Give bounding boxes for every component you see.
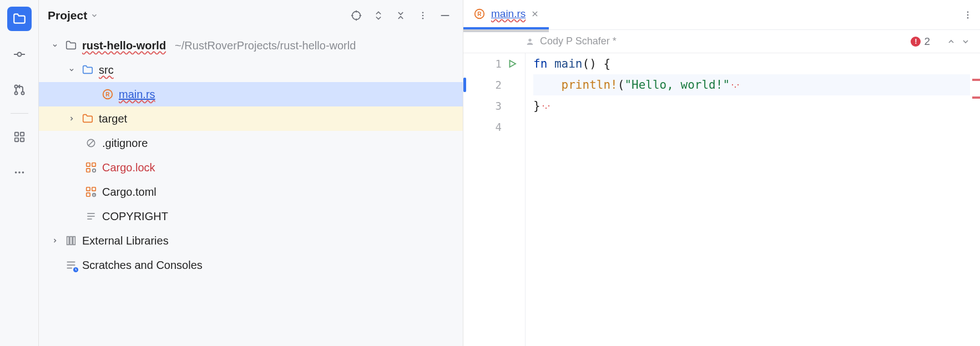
cargo-toml-icon: R — [84, 185, 98, 199]
more-vertical-icon — [963, 10, 973, 20]
svg-point-3 — [14, 85, 17, 88]
ignored-file-icon — [84, 136, 98, 150]
rail-pull-requests-button[interactable] — [7, 78, 32, 102]
editor-area: R main.rs Cody P Schafer * ! 2 — [463, 0, 980, 346]
svg-line-25 — [88, 140, 94, 146]
next-highlight-button[interactable] — [961, 37, 970, 46]
svg-text:R: R — [93, 194, 95, 197]
project-view-selector[interactable]: Project — [48, 9, 98, 22]
tree-row-target[interactable]: target — [39, 106, 463, 131]
svg-point-11 — [18, 171, 21, 174]
svg-rect-31 — [87, 187, 90, 191]
svg-rect-6 — [14, 133, 18, 136]
error-stripe[interactable] — [970, 53, 980, 346]
left-tool-rail — [0, 0, 39, 346]
close-tab-button[interactable] — [531, 10, 539, 18]
code-area[interactable]: fn main() { println!("Hello, world!" } — [526, 53, 970, 346]
tree-row-gitignore[interactable]: .gitignore — [39, 131, 463, 155]
tree-row-external-libraries[interactable]: External Libraries — [39, 228, 463, 253]
text-file-icon — [84, 210, 98, 223]
problems-widget[interactable]: ! 2 — [911, 35, 930, 48]
minimize-icon — [439, 9, 451, 22]
chevron-right-icon — [50, 237, 60, 244]
line-number: 3 — [496, 100, 502, 112]
rail-divider — [11, 113, 28, 114]
collapse-all-button[interactable] — [392, 7, 410, 24]
prev-highlight-button[interactable] — [947, 37, 956, 46]
gutter-row[interactable]: 2 — [463, 74, 525, 95]
tree-row-root[interactable]: rust-hello-world ~/RustRoverProjects/rus… — [39, 33, 463, 58]
tree-row-cargo-toml[interactable]: R Cargo.toml — [39, 180, 463, 204]
more-vertical-icon — [418, 11, 428, 21]
folder-icon — [64, 39, 78, 52]
svg-rect-32 — [92, 187, 95, 191]
error-icon: ! — [911, 37, 921, 47]
structure-icon — [13, 131, 26, 143]
tree-label: src — [99, 64, 114, 77]
collapse-all-icon — [395, 10, 406, 21]
problem-count: 2 — [924, 35, 930, 48]
code-line: fn main() { — [533, 53, 970, 74]
pull-request-icon — [13, 83, 26, 96]
rail-project-button[interactable] — [7, 7, 32, 31]
vcs-change-marker — [463, 78, 466, 92]
editor-tabs: R main.rs — [463, 0, 980, 30]
line-number: 1 — [496, 58, 502, 70]
rust-file-icon: R — [473, 8, 486, 20]
project-tree[interactable]: rust-hello-world ~/RustRoverProjects/rus… — [39, 33, 463, 346]
folder-icon — [12, 12, 27, 26]
editor-breadcrumb-bar: Cody P Schafer * ! 2 — [463, 30, 980, 53]
tree-label: External Libraries — [82, 235, 169, 247]
gutter-row[interactable]: 4 — [463, 116, 525, 138]
svg-point-20 — [422, 18, 424, 19]
gutter-row[interactable]: 1 — [463, 53, 525, 74]
rail-structure-button[interactable] — [7, 125, 32, 149]
tree-label: main.rs — [119, 88, 155, 101]
project-header: Project — [39, 0, 463, 33]
tree-label: Cargo.toml — [102, 186, 156, 199]
rail-commit-button[interactable] — [7, 42, 32, 67]
chevron-right-icon — [67, 115, 77, 122]
svg-marker-54 — [510, 60, 516, 67]
rail-more-button[interactable] — [7, 160, 32, 185]
rust-file-icon: R — [101, 88, 114, 101]
expand-collapse-button[interactable] — [370, 7, 387, 24]
tree-row-cargo-lock[interactable]: Cargo.lock — [39, 155, 463, 180]
tab-more-button[interactable] — [956, 0, 980, 29]
editor-body[interactable]: 1 2 3 4 fn main() { println!("Hello — [463, 53, 980, 346]
tree-label: COPYRIGHT — [102, 210, 168, 223]
select-opened-file-button[interactable] — [347, 7, 365, 24]
tree-root-path: ~/RustRoverProjects/rust-hello-world — [175, 39, 356, 52]
tree-row-copyright[interactable]: COPYRIGHT — [39, 204, 463, 228]
svg-point-4 — [14, 92, 17, 95]
svg-point-10 — [14, 171, 17, 174]
tree-row-main-rs[interactable]: R main.rs — [39, 82, 463, 106]
gutter-row[interactable]: 3 — [463, 95, 525, 116]
project-title-label: Project — [48, 9, 87, 22]
error-stripe-mark[interactable] — [972, 96, 980, 99]
svg-point-13 — [352, 12, 361, 20]
chevron-down-icon — [961, 37, 970, 46]
svg-rect-8 — [14, 138, 18, 141]
svg-text:R: R — [477, 11, 482, 17]
svg-point-12 — [22, 171, 24, 174]
code-line: } — [533, 95, 970, 116]
play-icon — [507, 59, 517, 69]
more-horizontal-icon — [13, 166, 26, 179]
error-stripe-mark[interactable] — [972, 79, 980, 81]
tree-row-src[interactable]: src — [39, 58, 463, 82]
svg-point-18 — [422, 12, 424, 13]
tab-main-rs[interactable]: R main.rs — [463, 0, 549, 29]
tool-window-options-button[interactable] — [414, 7, 432, 24]
tree-label: Cargo.lock — [102, 161, 155, 174]
scratches-icon — [64, 258, 78, 272]
svg-rect-9 — [20, 138, 23, 141]
hide-tool-window-button[interactable] — [436, 7, 454, 24]
target-icon — [350, 9, 362, 22]
expand-collapse-icon — [373, 10, 384, 21]
tab-drag-handle — [463, 29, 549, 32]
person-icon — [526, 37, 534, 46]
tree-row-scratches[interactable]: Scratches and Consoles — [39, 253, 463, 277]
folder-icon — [81, 63, 94, 77]
run-line-marker[interactable] — [507, 59, 517, 69]
